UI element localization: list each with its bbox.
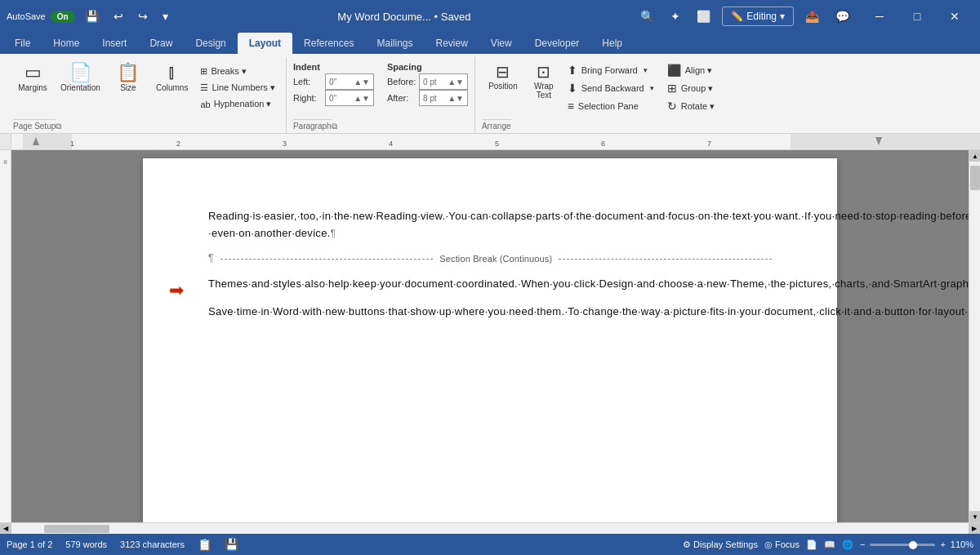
spacing-after-spinner[interactable]: ▲▼ xyxy=(448,94,464,103)
tab-insert[interactable]: Insert xyxy=(91,33,138,54)
display-settings[interactable]: ⚙ Display Settings xyxy=(683,539,758,550)
vertical-scrollbar[interactable]: ▲ ▼ xyxy=(969,150,980,522)
zoom-slider-thumb[interactable] xyxy=(909,541,917,549)
undo-button[interactable]: ↩ xyxy=(109,7,128,26)
columns-label: Columns xyxy=(156,83,188,93)
send-backward-icon: ⬇ xyxy=(568,82,577,95)
horizontal-scrollbar[interactable]: ◀ ▶ xyxy=(0,522,980,534)
spacing-before-spinner[interactable]: ▲▼ xyxy=(448,78,464,87)
indent-left-value: 0" xyxy=(329,78,336,87)
selection-pane-icon: ≡ xyxy=(568,100,574,113)
tab-mailings[interactable]: Mailings xyxy=(365,33,424,54)
ruler-right-indent-marker[interactable] xyxy=(875,137,882,145)
ruler-mark-3: 3 xyxy=(283,140,287,148)
track-changes-icon[interactable]: 📋 xyxy=(198,538,212,551)
document-title: My Word Docume... • Saved xyxy=(180,11,630,23)
tab-review[interactable]: Review xyxy=(424,33,479,54)
save-icon[interactable]: 💾 xyxy=(80,7,104,26)
char-count[interactable]: 3123 characters xyxy=(120,539,185,549)
zoom-bar[interactable]: − + 110% xyxy=(860,539,973,549)
line-numbers-button[interactable]: ☰ Line Numbers ▾ xyxy=(196,80,279,95)
paragraph-1[interactable]: Reading·is·easier,·too,·in·the·new·Readi… xyxy=(208,207,772,242)
orientation-button[interactable]: 📄 Orientation xyxy=(56,60,105,96)
comments-icon[interactable]: 💬 xyxy=(831,7,854,26)
scroll-thumb[interactable] xyxy=(970,166,980,190)
breaks-button[interactable]: ⊞ Breaks ▾ xyxy=(196,64,279,79)
zoom-in-icon[interactable]: + xyxy=(940,539,945,549)
ruler-corner[interactable] xyxy=(0,134,11,150)
tab-references[interactable]: References xyxy=(292,33,365,54)
view-web-icon[interactable]: 🌐 xyxy=(842,539,853,550)
h-scroll-right-button[interactable]: ▶ xyxy=(969,523,980,535)
tab-view[interactable]: View xyxy=(479,33,523,54)
display-settings-icon: ⚙ xyxy=(683,539,691,549)
share-icon[interactable]: 📤 xyxy=(800,7,824,26)
ruler-indent-marker[interactable] xyxy=(33,137,39,145)
scroll-down-button[interactable]: ▼ xyxy=(969,511,980,522)
indent-left-spinner[interactable]: ▲▼ xyxy=(354,78,370,87)
spacing-after-input[interactable]: 8 pt ▲▼ xyxy=(419,90,468,106)
tab-file[interactable]: File xyxy=(3,33,42,54)
scroll-track[interactable] xyxy=(969,162,980,511)
tab-home[interactable]: Home xyxy=(42,33,91,54)
tab-help[interactable]: Help xyxy=(590,33,634,54)
bring-forward-button[interactable]: ⬆ Bring Forward ▾ xyxy=(564,62,658,78)
scroll-up-button[interactable]: ▲ xyxy=(969,150,980,162)
focus-button[interactable]: ◎ Focus xyxy=(764,539,800,550)
align-button[interactable]: ⬛ Align ▾ xyxy=(663,62,719,78)
quick-access-dropdown[interactable]: ▾ xyxy=(158,7,173,26)
margins-button[interactable]: ▭ Margins xyxy=(13,60,52,96)
hyphenation-icon: ab xyxy=(200,100,210,109)
tab-layout[interactable]: Layout xyxy=(238,33,292,54)
autosave-toggle[interactable]: On xyxy=(51,11,75,23)
h-scroll-track[interactable] xyxy=(11,523,969,534)
indent-right-input[interactable]: 0" ▲▼ xyxy=(325,90,374,106)
columns-button[interactable]: ⫿ Columns xyxy=(151,60,193,96)
view-read-icon[interactable]: 📖 xyxy=(824,539,835,550)
hyphenation-button[interactable]: ab Hyphenation ▾ xyxy=(196,96,279,112)
h-scroll-thumb[interactable] xyxy=(44,525,109,533)
wrap-text-button[interactable]: ⊡ Wrap Text xyxy=(529,60,559,103)
wrap-text-label: Wrap Text xyxy=(534,82,554,100)
zoom-out-icon[interactable]: − xyxy=(860,539,865,549)
selection-pane-label: Selection Pane xyxy=(578,101,639,111)
close-button[interactable]: ✕ xyxy=(936,3,973,29)
indent-left-input[interactable]: 0" ▲▼ xyxy=(325,73,374,90)
focus-label: Focus xyxy=(775,539,800,549)
position-button[interactable]: ⊟ Position xyxy=(482,60,524,95)
send-backward-button[interactable]: ⬇ Send Backward ▾ xyxy=(564,80,658,96)
document-scroll-area[interactable]: Reading·is·easier,·too,·in·the·new·Readi… xyxy=(11,150,969,522)
paragraph-expand[interactable]: ⧉ xyxy=(332,122,337,131)
selection-pane-button[interactable]: ≡ Selection Pane xyxy=(564,98,658,114)
maximize-button[interactable]: □ xyxy=(898,3,936,29)
search-button[interactable]: 🔍 xyxy=(635,7,659,26)
spacing-before-input[interactable]: 0 pt ▲▼ xyxy=(419,73,468,90)
document-text[interactable]: Reading·is·easier,·too,·in·the·new·Readi… xyxy=(208,207,772,321)
page-info[interactable]: Page 1 of 2 xyxy=(7,539,52,549)
zoom-slider[interactable] xyxy=(870,544,935,546)
indent-right-spinner[interactable]: ▲▼ xyxy=(354,94,370,103)
view-layout-icon[interactable]: 📄 xyxy=(806,539,817,550)
indent-left-label: Left: xyxy=(293,77,323,87)
h-scroll-left-button[interactable]: ◀ xyxy=(0,523,11,535)
paragraph-2[interactable]: Themes·and·styles·also·help·keep·your·do… xyxy=(208,275,772,293)
copilot-icon[interactable]: ✦ xyxy=(666,7,685,26)
autosave-label: AutoSave xyxy=(7,11,46,21)
word-count[interactable]: 579 words xyxy=(65,539,107,549)
zoom-level[interactable]: 110% xyxy=(951,539,973,549)
page-setup-label-row: Page Setup ⧉ xyxy=(13,119,61,133)
tab-developer[interactable]: Developer xyxy=(523,33,591,54)
minimize-button[interactable]: ─ xyxy=(861,3,898,29)
page-setup-expand[interactable]: ⧉ xyxy=(56,122,61,131)
save-status-icon[interactable]: 💾 xyxy=(225,538,238,551)
tab-design[interactable]: Design xyxy=(184,33,237,54)
ribbon-collapse-icon[interactable]: ⬜ xyxy=(692,7,715,26)
group-button[interactable]: ⊞ Group ▾ xyxy=(663,80,719,96)
redo-button[interactable]: ↪ xyxy=(133,7,153,26)
paragraph-3[interactable]: Save·time·in·Word·with·new·buttons·that·… xyxy=(208,303,772,321)
rotate-button[interactable]: ↻ Rotate ▾ xyxy=(663,98,719,114)
ruler-mark-6: 6 xyxy=(601,140,605,148)
editing-button[interactable]: ✏️ Editing ▾ xyxy=(722,7,794,26)
size-button[interactable]: 📋 Size xyxy=(109,60,148,96)
tab-draw[interactable]: Draw xyxy=(138,33,184,54)
